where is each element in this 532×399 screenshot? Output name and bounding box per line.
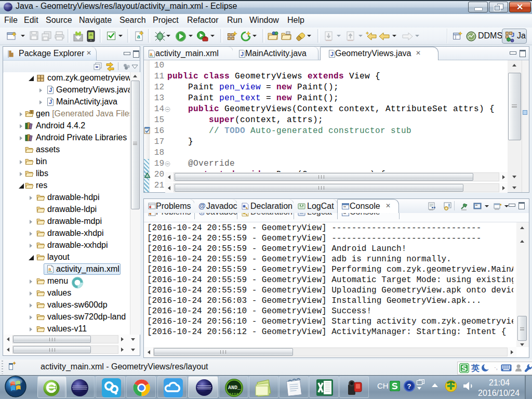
svg-text:AND_: AND_ (228, 385, 241, 391)
svg-text:a: a (137, 34, 141, 40)
svg-text:J: J (511, 32, 514, 38)
svg-text:J: J (49, 99, 52, 105)
svg-text:J: J (241, 51, 244, 57)
svg-text:J: J (330, 51, 334, 57)
svg-text:?: ? (407, 382, 411, 390)
svg-text:J: J (49, 87, 52, 93)
